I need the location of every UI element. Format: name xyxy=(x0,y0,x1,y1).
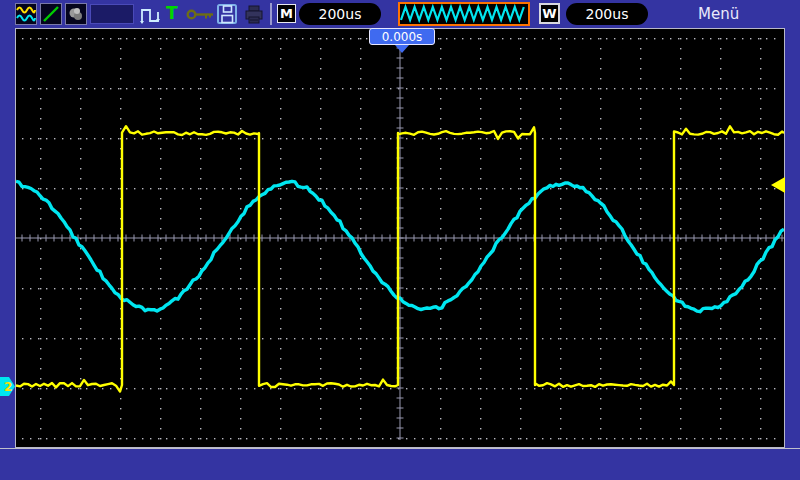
zoom-window-wave-icon xyxy=(400,4,526,24)
print-icon-button[interactable] xyxy=(243,4,265,25)
toolbar-separator xyxy=(270,3,272,25)
channels-waves-icon-button[interactable] xyxy=(15,3,37,25)
snapshot-icon-button[interactable] xyxy=(65,3,87,25)
main-timebase-badge[interactable]: M xyxy=(277,4,296,23)
diagonal-line-icon xyxy=(41,4,61,24)
waves-icon xyxy=(16,4,36,24)
line-mode-icon-button[interactable] xyxy=(40,3,62,25)
pulse-mode-icon[interactable] xyxy=(139,3,161,25)
menu-button[interactable]: Menü xyxy=(698,5,739,23)
trigger-level-marker-icon[interactable] xyxy=(771,177,785,194)
ch2-position-marker[interactable]: 2 xyxy=(0,377,16,396)
save-floppy-icon-button[interactable] xyxy=(216,3,238,25)
window-timebase-badge[interactable]: W xyxy=(539,3,560,24)
top-toolbar: T M 200us W 200us Menü xyxy=(0,0,800,28)
main-timebase-value[interactable]: 200us xyxy=(299,3,381,25)
status-bar: DC 20 1.00V DC 20 1.00V CH1 4.08V 725.00… xyxy=(0,448,800,480)
window-timebase-value[interactable]: 200us xyxy=(566,3,648,25)
waveform-canvas xyxy=(16,29,784,447)
trigger-status-letter: T xyxy=(166,3,178,23)
image-blob-icon xyxy=(66,4,86,24)
oscilloscope-screen: T M 200us W 200us Menü 0.000s xyxy=(0,0,800,480)
zoom-window-indicator[interactable] xyxy=(398,2,530,26)
lock-key-icon xyxy=(186,7,214,22)
trigger-time-offset-tag[interactable]: 0.000s xyxy=(369,28,435,45)
waveform-display xyxy=(15,28,785,448)
trigger-time-pointer-icon xyxy=(395,45,409,53)
status-box-empty xyxy=(90,4,134,24)
ch2-marker-label: 2 xyxy=(4,380,12,394)
